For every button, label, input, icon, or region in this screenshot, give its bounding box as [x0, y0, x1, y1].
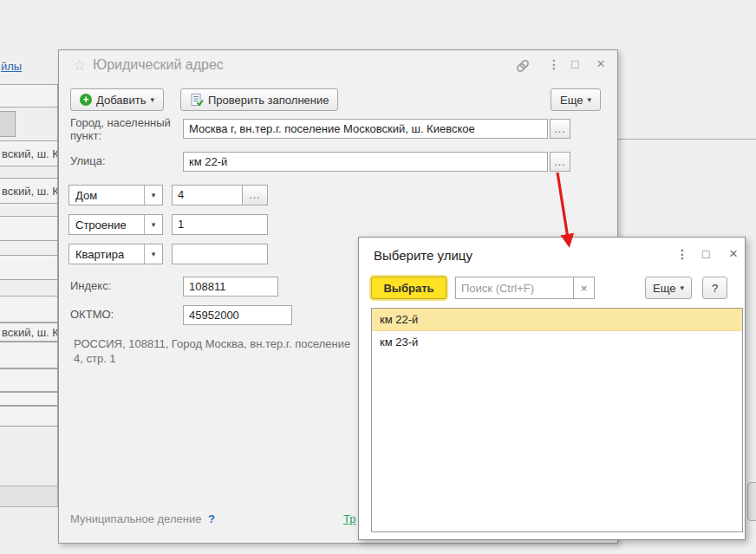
- building-type-label: Строение: [69, 218, 144, 231]
- house-select-button[interactable]: ...: [242, 185, 268, 205]
- background-files-link[interactable]: йлы: [1, 60, 22, 73]
- screen: йлы вский, ш. К вский, ш. К вский, ш. К …: [0, 0, 756, 554]
- background-field-row: [0, 216, 58, 241]
- popup-more-label: Еще: [653, 282, 675, 295]
- apartment-input[interactable]: [172, 244, 268, 264]
- background-field-row: [0, 392, 58, 406]
- search-input[interactable]: [455, 277, 574, 299]
- search-clear-icon[interactable]: ×: [574, 277, 595, 299]
- close-icon[interactable]: ×: [596, 56, 605, 71]
- menu-kebab-icon[interactable]: ⋮: [548, 58, 560, 70]
- oktmo-label: ОКТМО:: [70, 308, 114, 321]
- maximize-icon[interactable]: □: [702, 248, 709, 260]
- background-field-row: [0, 296, 58, 323]
- city-select-button[interactable]: ...: [550, 119, 570, 139]
- search-group: ×: [455, 277, 595, 299]
- background-field-row: [0, 84, 58, 108]
- background-field-row: вский, ш. К: [0, 323, 58, 342]
- background-field-row: [0, 342, 58, 368]
- background-field-row: вский, ш. К: [0, 140, 58, 166]
- transliteration-link[interactable]: Тр: [343, 512, 355, 525]
- select-button[interactable]: Выбрать: [371, 277, 446, 299]
- background-field-row: [0, 368, 58, 392]
- select-street-popup: Выберите улицу ⋮ □ × Выбрать × Еще ▾ ? к…: [358, 237, 746, 540]
- city-input[interactable]: Москва г, вн.тер.г. поселение Московский…: [183, 119, 548, 139]
- background-footer-strip: [0, 486, 58, 507]
- dialog-title: Юридический адрес: [93, 57, 224, 73]
- list-item[interactable]: км 23-й: [372, 331, 742, 354]
- menu-kebab-icon[interactable]: ⋮: [676, 248, 688, 260]
- street-list: км 22-й км 23-й: [371, 308, 743, 532]
- more-button-label: Еще: [560, 94, 583, 107]
- add-button[interactable]: + Добавить ▾: [70, 88, 164, 111]
- background-tab-fragment: [0, 111, 16, 137]
- house-type-combo[interactable]: Дом ▾: [68, 185, 163, 205]
- list-item[interactable]: км 22-й: [372, 309, 742, 331]
- building-type-combo[interactable]: Строение ▾: [68, 214, 163, 235]
- background-field-text: вский, ш. К: [0, 179, 57, 204]
- check-fill-label: Проверить заполнение: [208, 94, 329, 107]
- select-button-label: Выбрать: [383, 282, 433, 295]
- more-button[interactable]: Еще ▾: [551, 88, 601, 111]
- chevron-down-icon: ▾: [150, 96, 154, 104]
- chevron-down-icon: ▾: [144, 244, 162, 264]
- background-field-row: вский, ш. К: [0, 178, 58, 204]
- close-icon[interactable]: ×: [729, 246, 738, 261]
- apartment-type-combo[interactable]: Квартира ▾: [68, 244, 163, 264]
- chevron-down-icon: ▾: [587, 96, 591, 104]
- oktmo-input[interactable]: 45952000: [183, 305, 292, 325]
- add-button-label: Добавить: [96, 94, 146, 107]
- background-field-text: вский, ш. К: [0, 141, 57, 166]
- add-plus-icon: +: [80, 94, 92, 106]
- chevron-down-icon: ▾: [144, 186, 162, 205]
- background-field-text: вский, ш. К: [0, 323, 57, 342]
- street-select-button[interactable]: ...: [550, 152, 570, 172]
- background-separator-line: [618, 139, 756, 140]
- check-fill-button[interactable]: Проверить заполнение: [180, 88, 338, 111]
- apartment-type-label: Квартира: [69, 248, 144, 261]
- index-input[interactable]: 108811: [183, 277, 278, 297]
- maximize-icon[interactable]: □: [571, 58, 578, 70]
- chevron-down-icon: ▾: [680, 284, 684, 292]
- municipal-division-label: Муниципальное деление: [70, 512, 201, 525]
- favorite-star-icon[interactable]: ☆: [73, 56, 86, 75]
- popup-title: Выберите улицу: [374, 248, 472, 263]
- popup-help-button[interactable]: ?: [702, 277, 727, 299]
- popup-more-button[interactable]: Еще ▾: [645, 277, 692, 299]
- background-field-row: [0, 255, 58, 280]
- house-type-label: Дом: [69, 189, 144, 202]
- get-link-icon[interactable]: [515, 58, 531, 75]
- check-document-icon: [190, 93, 204, 107]
- street-input[interactable]: км 22-й: [183, 152, 548, 172]
- building-input[interactable]: 1: [172, 214, 268, 235]
- chevron-down-icon: ▾: [144, 215, 162, 234]
- house-input[interactable]: 4: [172, 185, 243, 205]
- index-label: Индекс:: [70, 279, 111, 292]
- street-label: Улица:: [70, 154, 106, 167]
- help-icon[interactable]: ?: [208, 512, 215, 525]
- background-field-row: [0, 406, 58, 427]
- city-label: Город, населенный пункт:: [70, 116, 181, 143]
- background-panel-fragment: [747, 482, 756, 521]
